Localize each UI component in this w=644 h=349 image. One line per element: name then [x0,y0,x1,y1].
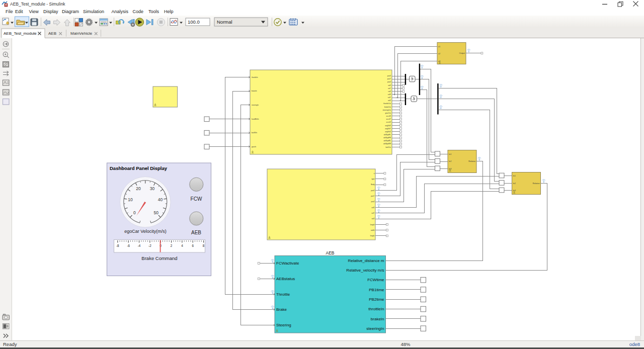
svg-text:30: 30 [150,186,155,191]
svg-text:accelX: accelX [386,115,391,117]
svg-text:gearOut: gearOut [385,112,391,114]
svg-text:48%: 48% [400,341,411,347]
svg-text:whlSpdRL: whlSpdRL [383,140,391,142]
svg-text:velY: velY [388,97,391,99]
svg-text:Relative_distance m: Relative_distance m [348,258,384,263]
svg-text:x1: x1 [438,46,440,48]
svg-text:-4: -4 [138,244,141,247]
svg-text:Display: Display [43,9,58,14]
svg-text:FCWtime: FCWtime [367,278,384,282]
svg-text:brakeIn: brakeIn [252,90,257,92]
svg-text:MainVehicle: MainVehicle [70,31,93,36]
svg-text:posZ: posZ [387,81,391,83]
svg-text:gearIn: gearIn [252,146,256,148]
svg-text:battOut: battOut [386,146,391,148]
svg-text:-2: -2 [148,244,151,247]
svg-text:10: 10 [128,197,133,202]
svg-text:Relative: Relative [468,160,475,162]
svg-text:steeringOut: steeringOut [383,109,391,111]
svg-text:Relative_velocity m/s: Relative_velocity m/s [346,268,384,273]
svg-text:x2: x2 [438,53,440,55]
svg-text:PB2time: PB2time [369,297,384,302]
svg-text:brakeIn: brakeIn [371,317,384,321]
svg-text:Code: Code [133,9,144,14]
svg-text:Steering: Steering [276,323,291,327]
svg-text:FCWactivate: FCWactivate [276,261,299,266]
svg-text:In1: In1 [449,153,451,155]
svg-text:Dashboard Panel Display: Dashboard Panel Display [110,165,168,171]
svg-text:Tools: Tools [148,9,159,14]
svg-text:40: 40 [158,197,163,202]
svg-text:Ready: Ready [3,341,17,347]
svg-text:steeringIn: steeringIn [366,326,384,331]
svg-text:2: 2 [171,244,173,247]
svg-text:rotZ: rotZ [388,91,391,93]
svg-text:In3: In3 [449,168,451,170]
svg-text:PB1time: PB1time [369,288,384,292]
svg-text:100.0: 100.0 [188,19,200,25]
svg-text:posX: posX [387,75,391,77]
svg-text:rotY: rotY [388,88,391,90]
svg-text:Body: Body [371,184,375,186]
svg-text:accelY: accelY [386,118,391,120]
svg-text:AEB: AEB [48,31,56,36]
svg-text:0: 0 [133,210,136,215]
svg-text:In3: In3 [513,190,516,192]
svg-text:20: 20 [136,186,141,191]
svg-text:throttleIn: throttleIn [252,76,258,78]
svg-text:brakeOut: brakeOut [384,106,391,108]
svg-text:length: length [370,224,375,226]
svg-text:Throttle: Throttle [276,292,290,297]
svg-text:View: View [29,9,39,14]
svg-text:steeringIn: steeringIn [252,104,259,106]
svg-text:In2: In2 [449,160,451,162]
svg-text:velY: velY [371,212,375,214]
svg-text:4: 4 [181,244,183,247]
svg-text:Normal: Normal [217,19,232,25]
svg-text:angVelY: angVelY [385,128,391,130]
svg-text:File: File [6,9,13,14]
svg-text:velX: velX [371,207,375,209]
svg-text:6: 6 [192,244,194,247]
svg-text:Diagram: Diagram [62,9,79,14]
svg-text:battStIn: battStIn [252,132,257,134]
svg-text:ode8: ode8 [629,341,640,347]
svg-text:whlSpdFL: whlSpdFL [384,134,391,136]
svg-text:angVelZ: angVelZ [385,131,391,133]
svg-text:whlSpdFR: whlSpdFR [383,137,391,139]
svg-text:throttleOut: throttleOut [383,103,391,105]
svg-text:Analysis: Analysis [112,9,129,14]
svg-text:throttleIn: throttleIn [368,307,384,311]
svg-text:AEB: AEB [326,250,334,255]
svg-text:In1: In1 [513,175,516,177]
svg-text:velZ: velZ [371,218,374,220]
svg-text:handBrkIn: handBrkIn [252,118,259,120]
svg-text:posZ: posZ [371,201,374,203]
svg-text:Output: Output [459,52,465,54]
svg-text:velX: velX [388,94,391,96]
svg-text:FCW: FCW [191,196,202,202]
svg-text:AEB_Test_module: AEB_Test_module [4,31,37,36]
svg-text:velZ: velZ [388,100,391,102]
svg-text:rotX: rotX [388,84,391,86]
svg-text:Brake Command: Brake Command [141,255,177,261]
svg-text:posX: posX [371,190,375,192]
svg-text:type: type [371,178,374,180]
svg-text:Edit: Edit [15,9,23,14]
svg-text:posY: posY [387,78,391,80]
svg-text:width: width [371,229,375,231]
svg-text:8: 8 [203,244,205,247]
svg-text:angVelX: angVelX [385,125,391,127]
svg-text:AEB_Test_module - Simulink: AEB_Test_module - Simulink [10,2,65,7]
svg-text:Relative: Relative [533,183,540,185]
svg-text:-8: -8 [116,244,119,247]
svg-text:egoCar Velocity(m/s): egoCar Velocity(m/s) [124,229,167,234]
svg-text:accelZ: accelZ [386,121,391,123]
svg-text:50: 50 [153,210,158,215]
svg-text:height: height [370,235,375,237]
svg-text:In2: In2 [513,183,516,185]
svg-text:-6: -6 [127,244,130,247]
svg-text:Brake: Brake [276,307,287,312]
svg-text:whlSpdRR: whlSpdRR [383,143,391,145]
svg-text:Simulation: Simulation [83,9,104,14]
